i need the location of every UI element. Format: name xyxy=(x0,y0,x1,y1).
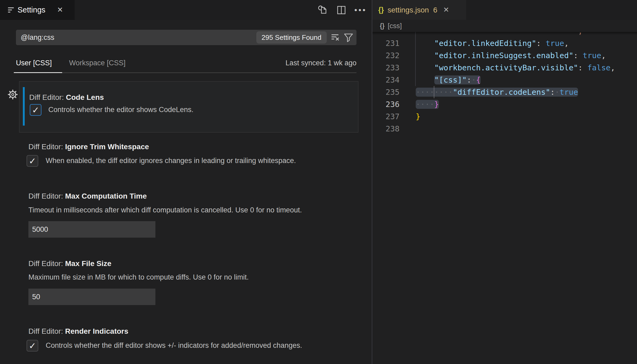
filter-icon[interactable] xyxy=(343,32,354,43)
token-bool: true xyxy=(583,51,601,60)
code-area[interactable]: ",231 "editor.linkedEditing": true,232 "… xyxy=(372,32,637,364)
setting-value-input[interactable]: 50 xyxy=(28,289,155,305)
tab-scope-user[interactable]: User [CSS] xyxy=(16,59,52,67)
token-key: "workbench.activityBar.visible" xyxy=(434,63,578,72)
settings-search-input[interactable]: @lang:css 295 Settings Found xyxy=(16,30,356,45)
setting-description: Maximum file size in MB for which to com… xyxy=(28,273,249,281)
checkmark-icon: ✓ xyxy=(29,341,36,350)
split-editor-icon[interactable] xyxy=(336,5,346,15)
tab-settings-label: Settings xyxy=(18,6,45,14)
token-bool: false xyxy=(587,63,610,72)
setting-checkbox[interactable]: ✓ xyxy=(27,340,38,352)
setting-category: Diff Editor: xyxy=(29,93,66,101)
token-key: "editor.inlineSuggest.enabled" xyxy=(434,51,574,60)
setting-category: Diff Editor: xyxy=(28,259,65,268)
scroll-shadow xyxy=(372,32,637,35)
line-number: 237 xyxy=(372,110,400,123)
setting-category: Diff Editor: xyxy=(28,327,65,335)
line-number: 233 xyxy=(372,62,400,74)
vscode-window: Settings ✕ ••• {} settings.json 6 ✕ @l xyxy=(0,0,637,364)
tab-settings[interactable]: Settings ✕ xyxy=(0,0,75,20)
code-line[interactable]: 235········"diffEditor.codeLens":·true xyxy=(372,86,637,98)
breadcrumb[interactable]: {} [css] xyxy=(372,20,637,32)
token-brace2: { xyxy=(476,75,481,84)
setting-title: Diff Editor: Max File Size xyxy=(28,259,111,268)
code-line[interactable]: 236····} xyxy=(372,98,637,110)
setting-title: Diff Editor: Render Indicators xyxy=(28,327,128,336)
code-line[interactable]: 233 "workbench.activityBar.visible": fal… xyxy=(372,62,637,74)
code-line[interactable]: 234 "[css]":·{ xyxy=(372,74,637,86)
token-key: "diffEditor.codeLens" xyxy=(453,88,550,97)
setting-category: Diff Editor: xyxy=(28,143,65,151)
editor-actions: ••• xyxy=(318,0,361,20)
setting-value: 5000 xyxy=(32,225,48,234)
token-dot: · xyxy=(555,88,559,97)
clear-search-filters-icon[interactable] xyxy=(330,32,341,43)
token-punc: : xyxy=(550,88,555,97)
token-punc: , xyxy=(610,63,615,72)
code-line[interactable]: 237} xyxy=(372,110,637,123)
line-number: 232 xyxy=(372,49,400,62)
token-bool: true xyxy=(546,39,564,48)
checkmark-icon: ✓ xyxy=(29,157,36,165)
token-punc: : xyxy=(578,63,587,72)
tab-problems-badge: 6 xyxy=(433,6,438,14)
tab-settings-json[interactable]: {} settings.json 6 ✕ xyxy=(372,0,466,20)
scope-divider xyxy=(62,72,356,73)
setting-category: Diff Editor: xyxy=(28,192,65,200)
setting-description: Controls whether the editor shows CodeLe… xyxy=(48,106,193,114)
code-line[interactable]: 231 "editor.linkedEditing": true, xyxy=(372,37,637,49)
code-text: "editor.linkedEditing": true, xyxy=(416,37,569,49)
settings-search-query: @lang:css xyxy=(21,33,256,42)
settings-results-badge: 295 Settings Found xyxy=(256,31,327,44)
setting-name: Render Indicators xyxy=(65,327,128,335)
breadcrumb-symbol-css[interactable]: [css] xyxy=(388,22,402,30)
setting-checkbox[interactable]: ✓ xyxy=(27,155,38,167)
setting-name: Code Lens xyxy=(66,93,104,101)
code-text: "[css]":·{ xyxy=(416,74,481,86)
open-settings-json-icon[interactable] xyxy=(318,5,328,15)
setting-description: Controls whether the diff editor shows +… xyxy=(46,341,302,350)
breadcrumb-json-icon: {} xyxy=(380,22,384,30)
tab-scope-workspace[interactable]: Workspace [CSS] xyxy=(69,59,126,67)
code-text: "editor.inlineSuggest.enabled": true, xyxy=(416,49,606,62)
token-punc: : xyxy=(467,75,471,84)
close-settings-json-tab-icon[interactable]: ✕ xyxy=(443,6,449,14)
code-line[interactable]: 238 xyxy=(372,123,637,135)
setting-value-input[interactable]: 5000 xyxy=(28,221,155,238)
token-dot: ···· xyxy=(416,100,434,109)
line-number: 236 xyxy=(372,98,400,110)
token-punc: , xyxy=(564,39,569,48)
token-brace1: } xyxy=(416,112,420,121)
setting-name: Max Computation Time xyxy=(65,192,147,200)
code-text: ····} xyxy=(416,98,439,110)
close-settings-tab-icon[interactable]: ✕ xyxy=(57,6,63,14)
setting-name: Ignore Trim Whitespace xyxy=(65,143,149,151)
token-ws xyxy=(416,51,434,60)
setting-checkbox[interactable]: ✓ xyxy=(30,104,41,116)
token-ws xyxy=(416,75,434,84)
setting-name: Max File Size xyxy=(65,259,111,268)
settings-list-icon xyxy=(8,7,14,12)
token-punc: : xyxy=(574,51,583,60)
token-key: "editor.linkedEditing" xyxy=(434,39,536,48)
line-number: 234 xyxy=(372,74,400,86)
selection-highlight: ····} xyxy=(416,100,439,109)
last-synced-label: Last synced: 1 wk ago xyxy=(286,59,356,67)
setting-description: Timeout in milliseconds after which diff… xyxy=(28,206,302,214)
gear-icon[interactable] xyxy=(7,89,18,100)
token-punc: : xyxy=(536,39,546,48)
line-number: 238 xyxy=(372,123,400,135)
selection-highlight: ········"diffEditor.codeLens":·true xyxy=(416,88,578,97)
setting-title: Diff Editor: Max Computation Time xyxy=(28,192,147,200)
setting-title: Diff Editor: Ignore Trim Whitespace xyxy=(28,143,149,151)
line-number: 231 xyxy=(372,37,400,49)
setting-value: 50 xyxy=(32,293,40,301)
selection-highlight: "[css]":·{ xyxy=(434,75,481,84)
token-brace2: } xyxy=(434,100,439,109)
setting-description: When enabled, the diff editor ignores ch… xyxy=(46,157,296,165)
code-line[interactable]: 232 "editor.inlineSuggest.enabled": true… xyxy=(372,49,637,62)
token-dot: · xyxy=(472,75,476,84)
checkmark-icon: ✓ xyxy=(32,106,39,114)
more-actions-icon[interactable]: ••• xyxy=(354,0,367,20)
